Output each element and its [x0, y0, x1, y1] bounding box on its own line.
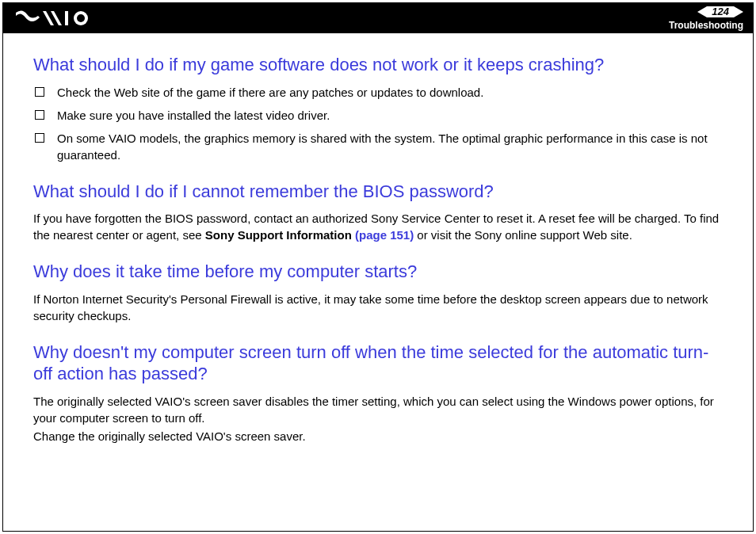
vaio-logo [16, 10, 103, 27]
question-4-body-1: The originally selected VAIO's screen sa… [33, 393, 723, 426]
question-2-title: What should I do if I cannot remember th… [33, 181, 723, 203]
page-nav: 124 [697, 6, 743, 17]
section-title: Troubleshooting [669, 20, 743, 31]
page-link[interactable]: (page 151) [355, 228, 414, 242]
question-1-list: Check the Web site of the game if there … [33, 84, 723, 163]
question-3-title: Why does it take time before my computer… [33, 261, 723, 283]
list-item: Check the Web site of the game if there … [35, 84, 723, 101]
next-page-arrow-icon[interactable] [734, 6, 743, 17]
question-2-body: If you have forgotten the BIOS password,… [33, 210, 723, 243]
question-4-body-2: Change the originally selected VAIO's sc… [33, 428, 723, 444]
text-bold: Sony Support Information [205, 228, 355, 242]
question-1-title: What should I do if my game software doe… [33, 54, 723, 76]
prev-page-arrow-icon[interactable] [697, 6, 707, 17]
svg-rect-0 [65, 11, 68, 25]
question-3-body: If Norton Internet Security's Personal F… [33, 291, 723, 324]
text: or visit the Sony online support Web sit… [414, 228, 632, 242]
page-frame: 124 Troubleshooting What should I do if … [2, 2, 754, 532]
header-right: 124 Troubleshooting [669, 6, 743, 31]
question-4-title: Why doesn't my computer screen turn off … [33, 341, 723, 385]
content-area: What should I do if my game software doe… [3, 33, 753, 444]
svg-point-2 [77, 14, 85, 22]
page-number: 124 [707, 6, 734, 17]
list-item: On some VAIO models, the graphics memory… [35, 130, 723, 163]
header-bar: 124 Troubleshooting [3, 3, 753, 33]
list-item: Make sure you have installed the latest … [35, 107, 723, 124]
